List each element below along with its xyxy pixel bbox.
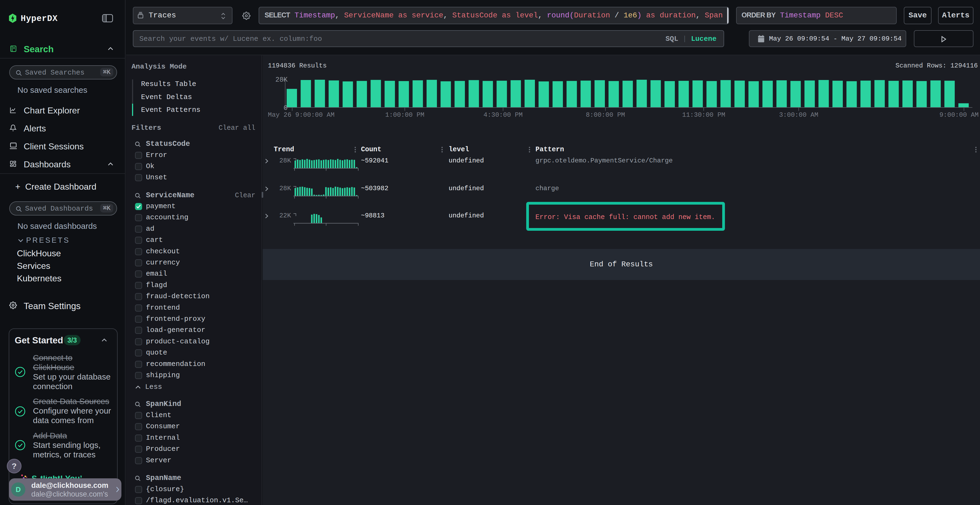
svg-text:28K: 28K	[275, 76, 288, 84]
svg-text:0: 0	[284, 104, 288, 112]
